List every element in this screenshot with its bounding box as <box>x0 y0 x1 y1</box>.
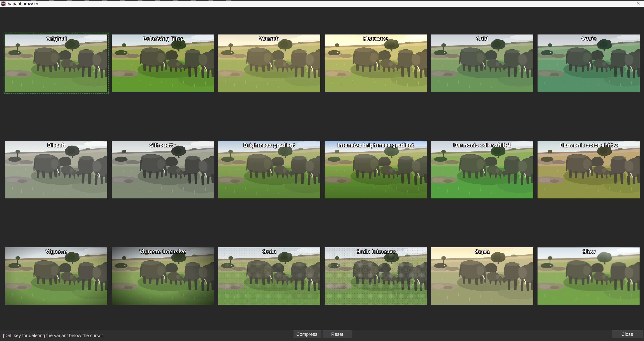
variant-preview-image <box>218 141 320 198</box>
close-button[interactable]: Close <box>612 330 642 338</box>
variant-thumbnail-vignette-intensive[interactable]: Vignette Intensive <box>112 247 214 305</box>
variant-thumbnail-warmth[interactable]: Warmth <box>218 34 320 92</box>
variant-preview-image <box>5 141 108 198</box>
variant-thumbnail-harmonic-1[interactable]: Harmonic color shift 1 <box>431 141 533 198</box>
variant-thumbnail-heatwave[interactable]: Heatwave <box>324 34 427 92</box>
video-app-icon: VIDEO <box>1 1 6 6</box>
variant-preview-image <box>218 247 320 305</box>
variant-preview-image <box>431 34 533 92</box>
bottom-bar: [Del] key for deleting the variant below… <box>0 329 644 341</box>
variant-thumbnail-harmonic-2[interactable]: Harmonic color shift 2 <box>538 141 640 198</box>
variant-preview-image <box>324 34 427 92</box>
variant-thumbnail-cold[interactable]: Cold <box>431 34 533 92</box>
delete-hint-text: [Del] key for deleting the variant below… <box>3 333 103 338</box>
variant-thumbnail-grain-intensive[interactable]: Grain Intensive <box>324 247 427 305</box>
variant-thumbnail-polarising[interactable]: Polarising filter <box>112 34 214 92</box>
window-titlebar: VIDEO Variant browser ✕ <box>0 0 644 7</box>
variant-thumbnail-grain[interactable]: Grain <box>218 247 320 305</box>
variant-preview-image <box>324 141 427 198</box>
variant-thumbnail-bleach[interactable]: Bleach <box>5 141 108 198</box>
variant-preview-image <box>324 247 427 305</box>
variant-thumbnail-sepia[interactable]: Sepia <box>431 247 533 305</box>
variant-preview-image <box>538 247 640 305</box>
variant-preview-image <box>431 247 533 305</box>
variant-preview-image <box>5 34 108 92</box>
compress-button[interactable]: Compress <box>293 330 321 338</box>
reset-button[interactable]: Reset <box>323 330 352 338</box>
variant-preview-image <box>112 34 214 92</box>
variant-thumbnail-silhouette[interactable]: Silhouette <box>112 141 214 198</box>
variant-preview-image <box>112 247 214 305</box>
variant-preview-image <box>112 141 214 198</box>
variant-preview-image <box>431 141 533 198</box>
window-close-icon[interactable]: ✕ <box>632 0 644 7</box>
variant-preview-image <box>538 141 640 198</box>
variant-preview-image <box>5 247 108 305</box>
variant-thumbnail-brightness-gradient[interactable]: Brightness gradient <box>218 141 320 198</box>
variant-thumbnail-glow[interactable]: Glow <box>538 247 640 305</box>
variant-grid: Original Polarising filter Warmth Heatwa… <box>5 34 640 305</box>
variant-thumbnail-original[interactable]: Original <box>5 34 108 92</box>
variant-thumbnail-intensive-brightness-gradient[interactable]: Intensive brightness gradient <box>324 141 427 198</box>
window-title: Variant browser <box>8 1 38 6</box>
variant-thumbnail-arctic[interactable]: Arctic <box>538 34 640 92</box>
variant-preview-image <box>218 34 320 92</box>
variant-preview-image <box>538 34 640 92</box>
variant-thumbnail-vignette[interactable]: Vignette <box>5 247 108 305</box>
app-icon: VIDEO <box>1 1 6 6</box>
